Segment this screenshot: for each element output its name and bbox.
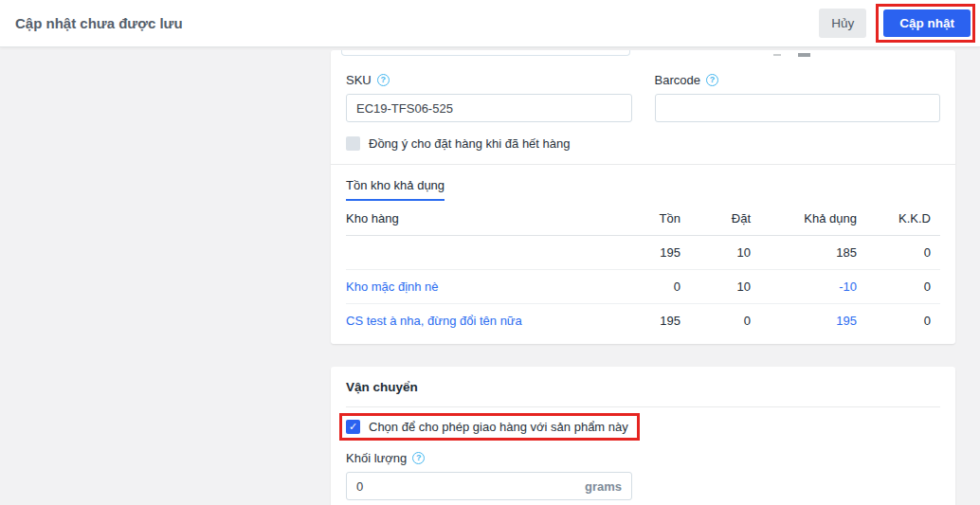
cell-dat: 10 — [681, 270, 751, 304]
sku-input[interactable] — [346, 94, 632, 122]
barcode-label: Barcode — [655, 73, 700, 87]
checkbox-checked[interactable]: ✓ — [346, 420, 360, 434]
oversell-checkbox-label: Đồng ý cho đặt hàng khi đã hết hàng — [369, 136, 571, 151]
product-detail-column: SKU ? Barcode ? Đồng ý cho đặt hàng khi … — [331, 50, 955, 505]
warehouse-link[interactable]: CS test à nha, đừng đổi tên nữa — [346, 304, 622, 338]
barcode-input[interactable] — [655, 94, 941, 122]
cell-kha-dung: 185 — [751, 236, 857, 270]
weight-input[interactable] — [356, 479, 585, 494]
kha-dung-link[interactable]: -10 — [751, 270, 857, 304]
unsaved-changes-bar: Cập nhật chưa được lưu Hủy Cập nhật — [0, 0, 980, 47]
col-header-warehouse: Kho hàng — [346, 201, 622, 236]
allow-shipping-checkbox-label: Chọn để cho phép giao hàng với sản phẩm … — [369, 420, 628, 434]
kha-dung-link[interactable]: 195 — [751, 304, 857, 338]
col-header-dat: Đặt — [681, 201, 751, 236]
question-circle-icon[interactable]: ? — [412, 452, 425, 464]
col-header-kkd: K.K.D — [857, 201, 940, 236]
update-button[interactable]: Cập nhật — [883, 9, 971, 37]
checkbox-unchecked[interactable] — [346, 136, 360, 151]
sku-field-group: SKU ? — [346, 73, 632, 122]
cell-kkd: 0 — [857, 270, 940, 304]
cropped-text-remnant — [773, 54, 781, 56]
warehouse-link[interactable]: Kho mặc định nè — [346, 270, 622, 304]
question-circle-icon[interactable]: ? — [706, 74, 718, 86]
weight-unit-label: grams — [585, 479, 622, 494]
section-divider — [331, 164, 955, 165]
cropped-field-remnant — [341, 50, 630, 56]
table-row-warehouse-1: Kho mặc định nè 0 10 -10 0 — [346, 270, 940, 304]
inventory-card: SKU ? Barcode ? Đồng ý cho đặt hàng khi … — [331, 50, 955, 344]
sku-label: SKU — [346, 73, 372, 87]
cell-ton: 0 — [622, 270, 681, 304]
cell-kkd: 0 — [857, 236, 940, 270]
cell-ton: 195 — [622, 304, 681, 338]
cancel-button[interactable]: Hủy — [819, 9, 866, 38]
table-row-total: 195 10 185 0 — [346, 236, 940, 270]
unsaved-changes-title: Cập nhật chưa được lưu — [15, 15, 819, 31]
cell-dat: 0 — [681, 304, 751, 338]
cell-dat: 10 — [681, 236, 751, 270]
inventory-header-row: Kho hàng Tồn Đặt Khả dụng K.K.D — [346, 201, 940, 236]
red-annotation-update-button: Cập nhật — [876, 4, 975, 43]
table-row-warehouse-2: CS test à nha, đừng đổi tên nữa 195 0 19… — [346, 304, 940, 338]
question-circle-icon[interactable]: ? — [377, 74, 390, 86]
oversell-checkbox-row[interactable]: Đồng ý cho đặt hàng khi đã hết hàng — [346, 136, 940, 151]
cell-warehouse — [346, 236, 622, 270]
cropped-text-remnant — [798, 53, 810, 57]
shipping-card: Vận chuyển ✓ Chọn để cho phép giao hàng … — [331, 367, 955, 505]
weight-input-wrap: grams — [346, 472, 632, 500]
col-header-kha-dung: Khả dụng — [751, 201, 857, 236]
barcode-field-group: Barcode ? — [655, 73, 941, 122]
col-header-ton: Tồn — [622, 201, 681, 236]
cell-kkd: 0 — [857, 304, 940, 338]
section-divider — [346, 406, 940, 407]
cell-ton: 195 — [622, 236, 681, 270]
inventory-table: Kho hàng Tồn Đặt Khả dụng K.K.D 195 10 1… — [346, 201, 940, 337]
red-annotation-shipping-checkbox: ✓ Chọn để cho phép giao hàng với sản phẩ… — [339, 413, 640, 441]
weight-label: Khối lượng — [346, 451, 407, 465]
tab-available-inventory[interactable]: Tồn kho khả dụng — [346, 178, 445, 201]
shipping-section-title: Vận chuyển — [346, 380, 940, 394]
